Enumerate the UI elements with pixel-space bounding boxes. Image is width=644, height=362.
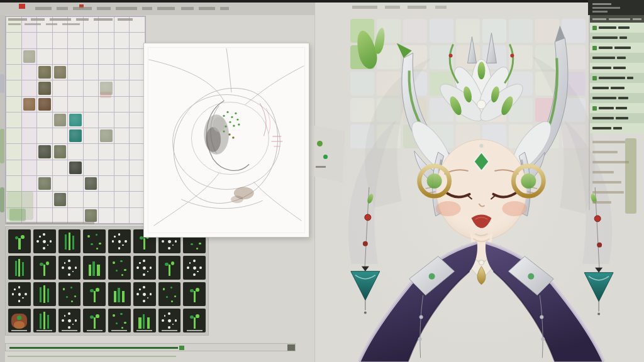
sheet-cell[interactable] bbox=[68, 128, 83, 143]
sheet-cell[interactable] bbox=[114, 33, 130, 48]
asset-tile-sprout[interactable] bbox=[83, 309, 106, 332]
canvas-flyout-tab[interactable] bbox=[308, 124, 345, 182]
sheet-cell[interactable] bbox=[37, 160, 52, 175]
sheet-cell[interactable] bbox=[99, 160, 114, 175]
sheet-cell[interactable] bbox=[22, 33, 37, 48]
sheet-cell[interactable] bbox=[130, 112, 145, 128]
sheet-thumbnail[interactable] bbox=[38, 145, 51, 158]
sheet-cell[interactable] bbox=[68, 208, 83, 223]
asset-tile-plantPair[interactable] bbox=[108, 282, 131, 306]
asset-tile-sprout[interactable] bbox=[8, 229, 31, 253]
property-row[interactable] bbox=[590, 103, 644, 113]
asset-tile-sprout[interactable] bbox=[83, 282, 106, 306]
sheet-cell[interactable] bbox=[6, 144, 21, 159]
asset-tile-snow[interactable] bbox=[108, 229, 131, 253]
sheet-cell[interactable] bbox=[6, 80, 21, 96]
sheet-cell[interactable] bbox=[130, 208, 145, 223]
sheet-thumbnail[interactable] bbox=[69, 162, 82, 174]
sheet-thumbnail[interactable] bbox=[54, 114, 67, 126]
sheet-cell[interactable] bbox=[84, 65, 99, 80]
property-row[interactable] bbox=[590, 33, 644, 43]
sheet-cell[interactable] bbox=[68, 49, 83, 64]
sheet-cell[interactable] bbox=[37, 112, 52, 128]
sheet-cell[interactable] bbox=[99, 144, 114, 159]
asset-tile-sprout[interactable] bbox=[158, 256, 181, 280]
sheet-cell[interactable] bbox=[130, 160, 145, 175]
sheet-cell[interactable] bbox=[6, 49, 21, 64]
sheet-cell[interactable] bbox=[84, 97, 99, 112]
sheet-cell[interactable] bbox=[22, 112, 37, 128]
sheet-cell[interactable] bbox=[6, 176, 21, 191]
sheet-cell[interactable] bbox=[84, 176, 99, 191]
sheet-thumbnail[interactable] bbox=[23, 50, 36, 63]
asset-tile-sprout[interactable] bbox=[33, 256, 56, 280]
sheet-cell[interactable] bbox=[6, 128, 21, 143]
sheet-cell[interactable] bbox=[53, 49, 68, 64]
sheet-cell[interactable] bbox=[37, 33, 52, 48]
sheet-cell[interactable] bbox=[22, 144, 37, 159]
sketch-canvas-panel[interactable] bbox=[143, 43, 309, 238]
property-row[interactable] bbox=[590, 23, 644, 33]
sheet-cell[interactable] bbox=[53, 160, 68, 175]
sheet-thumbnail[interactable] bbox=[38, 177, 51, 190]
asset-tile-snow[interactable] bbox=[158, 309, 181, 332]
sheet-cell[interactable] bbox=[22, 49, 37, 64]
sheet-thumbnail[interactable] bbox=[69, 129, 82, 142]
sheet-cell[interactable] bbox=[6, 65, 21, 80]
sheet-cell[interactable] bbox=[114, 128, 130, 143]
sheet-cell[interactable] bbox=[114, 97, 130, 112]
asset-tile-rust[interactable] bbox=[8, 309, 31, 332]
sheet-cell[interactable] bbox=[53, 128, 68, 143]
sheet-thumbnail[interactable] bbox=[38, 82, 51, 94]
sheet-cell[interactable] bbox=[114, 144, 130, 159]
scrollbar-handle[interactable] bbox=[287, 344, 295, 351]
asset-tile-sprout[interactable] bbox=[183, 309, 206, 332]
sheet-cell[interactable] bbox=[53, 144, 68, 159]
sheet-cell[interactable] bbox=[37, 192, 52, 207]
sheet-cell[interactable] bbox=[53, 208, 68, 223]
property-row[interactable] bbox=[590, 73, 644, 83]
asset-tile-snow[interactable] bbox=[33, 229, 56, 253]
sheet-cell[interactable] bbox=[99, 176, 114, 191]
asset-tile-dots[interactable] bbox=[108, 309, 131, 332]
sheet-cell[interactable] bbox=[22, 65, 37, 80]
sheet-cell[interactable] bbox=[99, 128, 114, 143]
sheet-thumbnail[interactable] bbox=[54, 145, 67, 158]
sheet-thumbnail[interactable] bbox=[23, 98, 36, 111]
asset-tile-plantPair[interactable] bbox=[83, 256, 106, 280]
sheet-cell[interactable] bbox=[84, 128, 99, 143]
sheet-cell[interactable] bbox=[114, 160, 130, 175]
sheet-cell[interactable] bbox=[99, 112, 114, 128]
asset-tile-snow[interactable] bbox=[183, 256, 206, 280]
asset-grid-panel[interactable] bbox=[5, 226, 209, 336]
sheet-cell[interactable] bbox=[130, 65, 145, 80]
sheet-thumbnail[interactable] bbox=[85, 209, 97, 222]
sheet-cell[interactable] bbox=[114, 65, 130, 80]
sheet-cell[interactable] bbox=[99, 208, 114, 223]
sheet-cell[interactable] bbox=[84, 33, 99, 48]
sheet-thumbnail[interactable] bbox=[100, 129, 113, 142]
sheet-cell[interactable] bbox=[114, 176, 130, 191]
sheet-cell[interactable] bbox=[130, 176, 145, 191]
sheet-cell[interactable] bbox=[37, 80, 52, 96]
property-row[interactable] bbox=[590, 123, 644, 133]
sheet-cell[interactable] bbox=[84, 144, 99, 159]
horizontal-scrollbar[interactable] bbox=[5, 343, 296, 351]
sheet-cell[interactable] bbox=[99, 192, 114, 207]
sheet-cell[interactable] bbox=[37, 208, 52, 223]
sheet-cell[interactable] bbox=[68, 33, 83, 48]
asset-tile-snow[interactable] bbox=[58, 309, 81, 332]
sheet-cell[interactable] bbox=[53, 97, 68, 112]
sheet-cell[interactable] bbox=[6, 33, 21, 48]
sheet-cell[interactable] bbox=[68, 97, 83, 112]
sheet-cell[interactable] bbox=[130, 128, 145, 143]
sheet-cell[interactable] bbox=[84, 80, 99, 96]
asset-tile-plantTall[interactable] bbox=[58, 229, 81, 253]
sheet-cell[interactable] bbox=[130, 33, 145, 48]
sheet-thumbnail[interactable] bbox=[38, 66, 51, 79]
spreadsheet-panel[interactable] bbox=[5, 16, 146, 224]
sheet-cell[interactable] bbox=[37, 144, 52, 159]
sheet-cell[interactable] bbox=[22, 176, 37, 191]
properties-panel[interactable] bbox=[590, 15, 644, 207]
sheet-cell[interactable] bbox=[130, 80, 145, 96]
